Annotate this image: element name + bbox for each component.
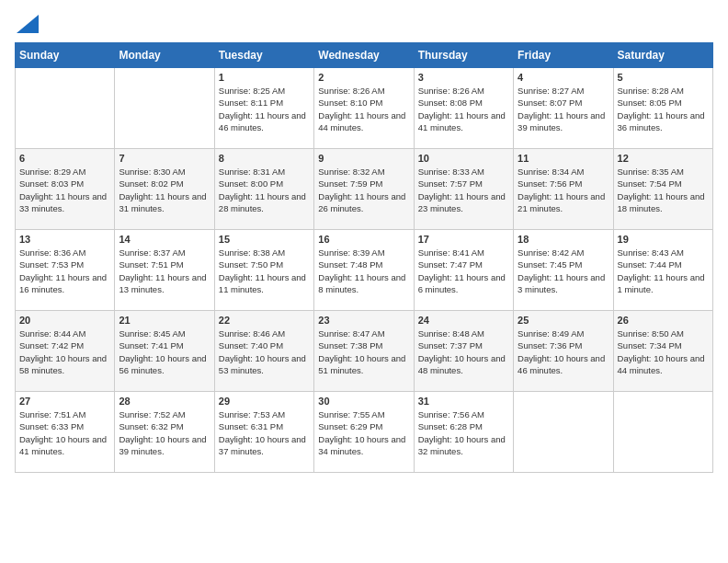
day-number: 1 <box>219 72 310 83</box>
day-cell: 4Sunrise: 8:27 AMSunset: 8:07 PMDaylight… <box>514 68 613 149</box>
day-number: 11 <box>518 153 609 164</box>
day-cell: 28Sunrise: 7:52 AMSunset: 6:32 PMDayligh… <box>115 392 214 473</box>
day-number: 22 <box>219 315 310 326</box>
day-cell: 3Sunrise: 8:26 AMSunset: 8:08 PMDaylight… <box>414 68 513 149</box>
day-info: Sunrise: 8:26 AMSunset: 8:08 PMDaylight:… <box>418 85 509 133</box>
day-cell: 2Sunrise: 8:26 AMSunset: 8:10 PMDaylight… <box>314 68 414 149</box>
day-number: 17 <box>418 234 509 245</box>
day-number: 9 <box>318 153 409 164</box>
day-number: 15 <box>219 234 310 245</box>
day-cell: 12Sunrise: 8:35 AMSunset: 7:54 PMDayligh… <box>613 149 712 230</box>
day-cell: 8Sunrise: 8:31 AMSunset: 8:00 PMDaylight… <box>214 149 313 230</box>
day-info: Sunrise: 8:42 AMSunset: 7:45 PMDaylight:… <box>518 247 609 295</box>
day-cell: 11Sunrise: 8:34 AMSunset: 7:56 PMDayligh… <box>514 149 613 230</box>
day-number: 3 <box>418 72 509 83</box>
weekday-monday: Monday <box>115 43 214 68</box>
day-cell: 27Sunrise: 7:51 AMSunset: 6:33 PMDayligh… <box>16 392 115 473</box>
day-cell: 24Sunrise: 8:48 AMSunset: 7:37 PMDayligh… <box>414 311 513 392</box>
calendar-table: SundayMondayTuesdayWednesdayThursdayFrid… <box>15 42 713 473</box>
header <box>15 15 713 33</box>
day-number: 24 <box>418 315 509 326</box>
week-row-2: 6Sunrise: 8:29 AMSunset: 8:03 PMDaylight… <box>16 149 713 230</box>
weekday-saturday: Saturday <box>613 43 712 68</box>
day-info: Sunrise: 8:43 AMSunset: 7:44 PMDaylight:… <box>618 247 709 295</box>
weekday-friday: Friday <box>514 43 613 68</box>
day-cell: 9Sunrise: 8:32 AMSunset: 7:59 PMDaylight… <box>314 149 414 230</box>
day-cell: 1Sunrise: 8:25 AMSunset: 8:11 PMDaylight… <box>214 68 313 149</box>
day-cell: 18Sunrise: 8:42 AMSunset: 7:45 PMDayligh… <box>514 230 613 311</box>
day-info: Sunrise: 8:34 AMSunset: 7:56 PMDaylight:… <box>518 166 609 214</box>
day-cell: 31Sunrise: 7:56 AMSunset: 6:28 PMDayligh… <box>414 392 513 473</box>
day-info: Sunrise: 8:39 AMSunset: 7:48 PMDaylight:… <box>318 247 409 295</box>
day-number: 18 <box>518 234 609 245</box>
day-info: Sunrise: 7:53 AMSunset: 6:31 PMDaylight:… <box>219 408 310 457</box>
day-info: Sunrise: 8:38 AMSunset: 7:50 PMDaylight:… <box>219 247 310 295</box>
day-cell: 13Sunrise: 8:36 AMSunset: 7:53 PMDayligh… <box>16 230 115 311</box>
day-info: Sunrise: 7:56 AMSunset: 6:28 PMDaylight:… <box>418 408 509 457</box>
week-row-3: 13Sunrise: 8:36 AMSunset: 7:53 PMDayligh… <box>16 230 713 311</box>
day-info: Sunrise: 8:33 AMSunset: 7:57 PMDaylight:… <box>418 166 509 214</box>
day-cell: 19Sunrise: 8:43 AMSunset: 7:44 PMDayligh… <box>613 230 712 311</box>
day-info: Sunrise: 7:51 AMSunset: 6:33 PMDaylight:… <box>19 408 110 457</box>
logo-icon <box>17 15 39 33</box>
day-info: Sunrise: 8:27 AMSunset: 8:07 PMDaylight:… <box>518 85 609 133</box>
day-cell: 7Sunrise: 8:30 AMSunset: 8:02 PMDaylight… <box>115 149 214 230</box>
weekday-tuesday: Tuesday <box>214 43 313 68</box>
day-info: Sunrise: 8:41 AMSunset: 7:47 PMDaylight:… <box>418 247 509 295</box>
day-number: 28 <box>119 396 210 407</box>
day-number: 30 <box>318 396 409 407</box>
day-number: 6 <box>19 153 110 164</box>
day-info: Sunrise: 8:25 AMSunset: 8:11 PMDaylight:… <box>219 85 310 133</box>
day-number: 4 <box>518 72 609 83</box>
logo-text <box>15 15 39 33</box>
day-cell <box>16 68 115 149</box>
weekday-wednesday: Wednesday <box>314 43 414 68</box>
day-number: 8 <box>219 153 310 164</box>
day-cell: 22Sunrise: 8:46 AMSunset: 7:40 PMDayligh… <box>214 311 313 392</box>
day-number: 2 <box>318 72 409 83</box>
svg-marker-0 <box>17 15 39 33</box>
day-info: Sunrise: 7:55 AMSunset: 6:29 PMDaylight:… <box>318 408 409 457</box>
day-cell: 30Sunrise: 7:55 AMSunset: 6:29 PMDayligh… <box>314 392 414 473</box>
day-cell: 21Sunrise: 8:45 AMSunset: 7:41 PMDayligh… <box>115 311 214 392</box>
day-number: 20 <box>19 315 110 326</box>
day-number: 5 <box>618 72 709 83</box>
day-info: Sunrise: 8:26 AMSunset: 8:10 PMDaylight:… <box>318 85 409 133</box>
day-cell: 26Sunrise: 8:50 AMSunset: 7:34 PMDayligh… <box>613 311 712 392</box>
page: SundayMondayTuesdayWednesdayThursdayFrid… <box>0 0 728 563</box>
day-info: Sunrise: 8:29 AMSunset: 8:03 PMDaylight:… <box>19 166 110 214</box>
day-number: 29 <box>219 396 310 407</box>
day-cell: 15Sunrise: 8:38 AMSunset: 7:50 PMDayligh… <box>214 230 313 311</box>
day-cell: 10Sunrise: 8:33 AMSunset: 7:57 PMDayligh… <box>414 149 513 230</box>
day-info: Sunrise: 8:49 AMSunset: 7:36 PMDaylight:… <box>518 327 609 376</box>
day-number: 26 <box>618 315 709 326</box>
day-cell: 25Sunrise: 8:49 AMSunset: 7:36 PMDayligh… <box>514 311 613 392</box>
day-cell: 17Sunrise: 8:41 AMSunset: 7:47 PMDayligh… <box>414 230 513 311</box>
day-number: 10 <box>418 153 509 164</box>
day-number: 19 <box>618 234 709 245</box>
day-number: 25 <box>518 315 609 326</box>
day-cell <box>613 392 712 473</box>
day-info: Sunrise: 8:35 AMSunset: 7:54 PMDaylight:… <box>618 166 709 214</box>
week-row-4: 20Sunrise: 8:44 AMSunset: 7:42 PMDayligh… <box>16 311 713 392</box>
day-info: Sunrise: 8:30 AMSunset: 8:02 PMDaylight:… <box>119 166 210 214</box>
week-row-5: 27Sunrise: 7:51 AMSunset: 6:33 PMDayligh… <box>16 392 713 473</box>
day-info: Sunrise: 8:47 AMSunset: 7:38 PMDaylight:… <box>318 327 409 376</box>
day-number: 14 <box>119 234 210 245</box>
day-info: Sunrise: 8:36 AMSunset: 7:53 PMDaylight:… <box>19 247 110 295</box>
day-info: Sunrise: 8:32 AMSunset: 7:59 PMDaylight:… <box>318 166 409 214</box>
day-info: Sunrise: 8:31 AMSunset: 8:00 PMDaylight:… <box>219 166 310 214</box>
day-number: 31 <box>418 396 509 407</box>
day-info: Sunrise: 7:52 AMSunset: 6:32 PMDaylight:… <box>119 408 210 457</box>
day-info: Sunrise: 8:44 AMSunset: 7:42 PMDaylight:… <box>19 327 110 376</box>
day-number: 16 <box>318 234 409 245</box>
day-number: 23 <box>318 315 409 326</box>
day-info: Sunrise: 8:28 AMSunset: 8:05 PMDaylight:… <box>618 85 709 133</box>
weekday-header-row: SundayMondayTuesdayWednesdayThursdayFrid… <box>16 43 713 68</box>
weekday-thursday: Thursday <box>414 43 513 68</box>
day-cell <box>115 68 214 149</box>
day-cell: 23Sunrise: 8:47 AMSunset: 7:38 PMDayligh… <box>314 311 414 392</box>
logo <box>15 15 39 33</box>
week-row-1: 1Sunrise: 8:25 AMSunset: 8:11 PMDaylight… <box>16 68 713 149</box>
day-cell: 29Sunrise: 7:53 AMSunset: 6:31 PMDayligh… <box>214 392 313 473</box>
